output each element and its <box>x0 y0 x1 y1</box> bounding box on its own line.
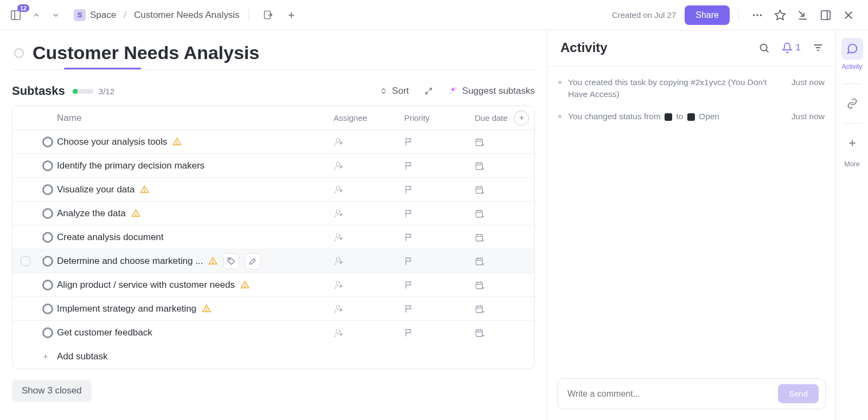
svg-rect-31 <box>476 163 482 169</box>
download-icon[interactable] <box>793 5 813 25</box>
send-button[interactable]: Send <box>778 384 819 403</box>
status-circle-icon[interactable] <box>42 160 53 171</box>
assign-icon[interactable] <box>334 280 344 290</box>
priority-icon[interactable] <box>404 280 414 290</box>
priority-icon[interactable] <box>404 161 414 171</box>
add-icon[interactable] <box>283 7 300 24</box>
share-button[interactable]: Share <box>685 5 730 25</box>
svg-rect-96 <box>476 306 482 312</box>
rail-activity-icon[interactable] <box>841 38 863 60</box>
sort-button[interactable]: Sort <box>379 86 409 96</box>
subtask-name[interactable]: Align product / service with customer ne… <box>57 280 235 290</box>
due-date-icon[interactable] <box>475 185 484 195</box>
status-circle-icon[interactable] <box>42 137 53 147</box>
nav-up-icon[interactable] <box>28 7 44 23</box>
status-circle-icon[interactable] <box>42 256 53 267</box>
assign-icon[interactable] <box>334 303 344 314</box>
breadcrumb-current[interactable]: Customer Needs Analysis <box>134 10 240 21</box>
col-priority: Priority <box>404 113 430 122</box>
status-circle-icon[interactable] <box>42 208 53 219</box>
subtask-name[interactable]: Create analysis document <box>57 232 164 243</box>
due-date-icon[interactable] <box>475 161 484 171</box>
assign-icon[interactable] <box>334 232 344 242</box>
due-date-icon[interactable] <box>475 137 484 147</box>
notifications-icon[interactable]: 1 <box>782 42 801 53</box>
assign-icon[interactable] <box>334 208 344 218</box>
due-date-icon[interactable] <box>475 209 484 218</box>
comment-input[interactable] <box>567 389 778 399</box>
priority-icon[interactable] <box>404 304 414 314</box>
subtask-name[interactable]: Analyze the data <box>57 208 126 219</box>
table-row[interactable]: Visualize your data <box>12 178 534 202</box>
assign-icon[interactable] <box>334 184 344 195</box>
priority-icon[interactable] <box>404 209 414 218</box>
add-subtask-row[interactable]: Add subtask <box>12 345 534 369</box>
table-row[interactable]: Determine and choose marketing ... <box>12 249 534 273</box>
star-icon[interactable] <box>770 5 790 25</box>
sidebar-toggle[interactable]: 12 <box>10 9 22 21</box>
due-date-icon[interactable] <box>475 328 484 338</box>
assign-icon[interactable] <box>334 137 344 147</box>
svg-point-69 <box>213 262 213 263</box>
due-date-icon[interactable] <box>475 304 484 314</box>
filter-icon[interactable] <box>813 42 824 53</box>
subtask-name[interactable]: Implement strategy and marketing <box>57 303 196 314</box>
status-circle-icon[interactable] <box>42 303 53 314</box>
svg-point-50 <box>336 210 340 213</box>
table-row[interactable]: Identify the primary decision makers <box>12 154 534 178</box>
collapse-icon[interactable] <box>816 5 835 25</box>
table-row[interactable]: Create analysis document <box>12 225 534 249</box>
table-row[interactable]: Align product / service with customer ne… <box>12 273 534 297</box>
page-title[interactable]: Customer Needs Analysis <box>33 42 259 63</box>
status-from-icon <box>665 113 672 121</box>
rail-add-icon[interactable] <box>841 132 863 154</box>
search-icon[interactable] <box>758 42 770 54</box>
due-date-icon[interactable] <box>475 256 484 266</box>
task-status-circle[interactable] <box>14 48 24 58</box>
svg-rect-62 <box>476 234 482 241</box>
tag-icon[interactable] <box>223 253 239 269</box>
space-avatar[interactable]: S <box>74 9 86 21</box>
divider <box>248 9 249 21</box>
svg-point-49 <box>136 215 136 215</box>
suggest-subtasks-button[interactable]: Suggest subtasks <box>448 86 535 96</box>
rail-link-icon[interactable] <box>841 93 863 114</box>
add-column-button[interactable] <box>514 111 529 126</box>
priority-icon[interactable] <box>404 185 414 195</box>
table-row[interactable]: Implement strategy and marketing <box>12 297 534 321</box>
svg-point-93 <box>336 305 340 308</box>
assign-icon[interactable] <box>334 160 344 171</box>
subtask-name[interactable]: Get customer feedback <box>57 327 152 338</box>
breadcrumb-space[interactable]: Space <box>90 10 116 21</box>
due-date-icon[interactable] <box>475 232 484 242</box>
assign-icon[interactable] <box>334 328 344 338</box>
priority-icon[interactable] <box>404 232 414 242</box>
show-closed-button[interactable]: Show 3 closed <box>12 380 92 402</box>
svg-point-70 <box>229 259 231 260</box>
move-icon[interactable] <box>260 7 277 24</box>
close-icon[interactable] <box>839 5 858 25</box>
svg-marker-8 <box>775 10 785 19</box>
status-circle-icon[interactable] <box>42 232 53 243</box>
status-circle-icon[interactable] <box>42 184 53 195</box>
edit-icon[interactable] <box>245 253 261 269</box>
activity-pane: Activity 1 You created this task by copy… <box>547 30 835 420</box>
status-circle-icon[interactable] <box>42 327 53 338</box>
table-row[interactable]: Analyze the data <box>12 202 534 225</box>
priority-icon[interactable] <box>404 137 414 147</box>
subtask-name[interactable]: Determine and choose marketing ... <box>57 256 203 267</box>
priority-icon[interactable] <box>404 256 414 266</box>
more-icon[interactable] <box>748 5 767 25</box>
subtask-name[interactable]: Visualize your data <box>57 184 135 195</box>
table-row[interactable]: Get customer feedback <box>12 321 534 345</box>
priority-icon[interactable] <box>404 328 414 338</box>
assign-icon[interactable] <box>334 256 344 266</box>
row-checkbox[interactable] <box>21 256 30 266</box>
expand-button[interactable] <box>424 87 433 95</box>
subtask-name[interactable]: Identify the primary decision makers <box>57 160 205 171</box>
due-date-icon[interactable] <box>475 280 484 290</box>
table-row[interactable]: Choose your analysis tools <box>12 130 534 154</box>
status-circle-icon[interactable] <box>42 280 53 290</box>
subtask-name[interactable]: Choose your analysis tools <box>57 137 167 147</box>
nav-down-icon[interactable] <box>48 7 64 23</box>
